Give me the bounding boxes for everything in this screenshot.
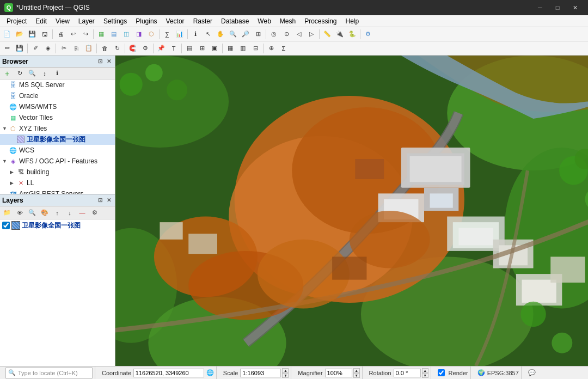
- next-extent-button[interactable]: ▷: [305, 28, 317, 40]
- browser-refresh-button[interactable]: ↻: [14, 68, 26, 80]
- node-tool-button[interactable]: ◈: [42, 42, 54, 54]
- remove-layer-button[interactable]: —: [76, 207, 88, 219]
- epsg-section[interactable]: 🌍 EPSG:3857: [475, 366, 522, 379]
- render-checkbox[interactable]: [438, 369, 445, 376]
- browser-collapse-button[interactable]: ↕: [39, 68, 51, 80]
- map-area[interactable]: [115, 56, 588, 366]
- menu-item-help[interactable]: Help: [341, 16, 364, 26]
- browser-tree-item[interactable]: ▶✕LL: [0, 178, 115, 188]
- pan-button[interactable]: ✋: [215, 28, 226, 40]
- annotation-button[interactable]: 📌: [155, 42, 167, 54]
- menu-item-edit[interactable]: Edit: [31, 16, 51, 26]
- copy-button[interactable]: ⎘: [70, 42, 82, 54]
- menu-item-project[interactable]: Project: [2, 16, 31, 26]
- stats-button[interactable]: 📊: [174, 28, 186, 40]
- layer-up-button[interactable]: ↑: [51, 207, 63, 219]
- zoom-select-button[interactable]: ⊙: [280, 28, 292, 40]
- magnifier-input[interactable]: [325, 369, 352, 377]
- zoom-full-button[interactable]: ⊞: [252, 28, 264, 40]
- browser-float-button[interactable]: ⊡: [96, 58, 104, 65]
- attribute-table-button[interactable]: ▤: [183, 42, 195, 54]
- log-messages-section[interactable]: 💬: [526, 366, 538, 379]
- add-vector-button[interactable]: ▦: [95, 28, 107, 40]
- add-raster-button[interactable]: ▤: [108, 28, 120, 40]
- new-project-button[interactable]: 📄: [1, 28, 13, 40]
- field-calc-button[interactable]: ∑: [161, 28, 173, 40]
- browser-tree-item[interactable]: 🗺ArcGIS REST Servers: [0, 188, 115, 194]
- browser-add-button[interactable]: +: [1, 68, 13, 80]
- delete-button[interactable]: 🗑: [99, 42, 111, 54]
- scale-up-button[interactable]: ▲: [282, 368, 289, 373]
- menu-item-view[interactable]: View: [51, 16, 74, 26]
- magnifier-up-button[interactable]: ▲: [353, 368, 360, 373]
- select-all-button[interactable]: ▦: [224, 42, 236, 54]
- menu-item-processing[interactable]: Processing: [300, 16, 341, 26]
- menu-item-plugins[interactable]: Plugins: [131, 16, 161, 26]
- save-as-button[interactable]: 🖫: [39, 28, 51, 40]
- scale-down-button[interactable]: ▼: [282, 373, 289, 378]
- browser-filter-button[interactable]: 🔍: [26, 68, 38, 80]
- prev-extent-button[interactable]: ◁: [293, 28, 305, 40]
- rotate-button[interactable]: ↻: [111, 42, 123, 54]
- digitize-config-button[interactable]: ⚙: [139, 42, 151, 54]
- menu-item-vector[interactable]: Vector: [162, 16, 189, 26]
- rotation-input[interactable]: [394, 369, 421, 377]
- undo-button[interactable]: ↩: [67, 28, 79, 40]
- browser-tree-item[interactable]: ▦Vector Tiles: [0, 112, 115, 123]
- browser-enable-properties-button[interactable]: ℹ: [51, 68, 63, 80]
- edit-toggle-button[interactable]: ✏: [1, 42, 13, 54]
- snapping-button[interactable]: 🧲: [127, 42, 139, 54]
- form-button[interactable]: ▣: [209, 42, 220, 54]
- locate-bar[interactable]: 🔍 Type to locate (Ctrl+K): [5, 367, 93, 379]
- minimize-button[interactable]: ─: [531, 0, 549, 15]
- maximize-button[interactable]: □: [549, 0, 566, 15]
- digitize-button[interactable]: ✐: [29, 42, 41, 54]
- add-group-button[interactable]: 📁: [1, 207, 13, 219]
- epsg-label[interactable]: EPSG:3857: [487, 370, 519, 376]
- magnifier-down-button[interactable]: ▼: [353, 373, 360, 378]
- processing-button[interactable]: ⚙: [362, 28, 374, 40]
- stat-summary-button[interactable]: Σ: [278, 42, 290, 54]
- deselect-button[interactable]: ▥: [237, 42, 249, 54]
- open-styling-button[interactable]: 🎨: [39, 207, 51, 219]
- add-wfs-button[interactable]: ◨: [133, 28, 145, 40]
- redo-button[interactable]: ↪: [79, 28, 91, 40]
- layer-item[interactable]: 卫星影像全国一张图: [0, 219, 115, 231]
- close-button[interactable]: ✕: [566, 0, 584, 15]
- scale-input[interactable]: [240, 369, 281, 377]
- menu-item-database[interactable]: Database: [217, 16, 253, 26]
- add-wms-button[interactable]: ◫: [120, 28, 132, 40]
- python-button[interactable]: 🐍: [346, 28, 358, 40]
- browser-tree-item[interactable]: ▶🏗building: [0, 167, 115, 178]
- save-edits-button[interactable]: 💾: [14, 42, 26, 54]
- browser-tree-item[interactable]: 🗄MS SQL Server: [0, 80, 115, 90]
- zoom-out-button[interactable]: 🔎: [240, 28, 252, 40]
- field-edit-button[interactable]: ⊞: [196, 42, 208, 54]
- plugins-button[interactable]: 🔌: [334, 28, 346, 40]
- coordinate-input[interactable]: [133, 369, 204, 377]
- browser-tree-item[interactable]: 🌐WCS: [0, 145, 115, 156]
- layer-visibility-checkbox[interactable]: [2, 222, 10, 229]
- browser-tree-item[interactable]: 卫星影像全国一张图: [0, 134, 115, 145]
- label-button[interactable]: T: [168, 42, 180, 54]
- menu-item-mesh[interactable]: Mesh: [275, 16, 300, 26]
- browser-tree-item[interactable]: 🗄Oracle: [0, 90, 115, 101]
- browser-tree-item[interactable]: ▼⬡XYZ Tiles: [0, 123, 115, 134]
- menu-item-web[interactable]: Web: [253, 16, 275, 26]
- save-button[interactable]: 💾: [26, 28, 38, 40]
- browser-tree-item[interactable]: 🌐WMS/WMTS: [0, 101, 115, 112]
- manage-visib-button[interactable]: 👁: [14, 207, 26, 219]
- menu-item-settings[interactable]: Settings: [99, 16, 131, 26]
- filter-layers-button[interactable]: 🔍: [26, 207, 38, 219]
- layers-float-button[interactable]: ⊡: [96, 197, 104, 204]
- identify-button[interactable]: ℹ: [189, 28, 201, 40]
- add-xyz-button[interactable]: ⬡: [145, 28, 157, 40]
- browser-tree-item[interactable]: ▼◈WFS / OGC API - Features: [0, 156, 115, 167]
- layers-close-button[interactable]: ✕: [105, 197, 113, 204]
- menu-item-layer[interactable]: Layer: [74, 16, 99, 26]
- rotation-up-button[interactable]: ▲: [422, 368, 428, 373]
- zoom-in-button[interactable]: 🔍: [227, 28, 239, 40]
- layer-properties-button[interactable]: ⚙: [89, 207, 101, 219]
- log-icon[interactable]: 💬: [528, 369, 536, 376]
- locate-feature-button[interactable]: ⊕: [265, 42, 277, 54]
